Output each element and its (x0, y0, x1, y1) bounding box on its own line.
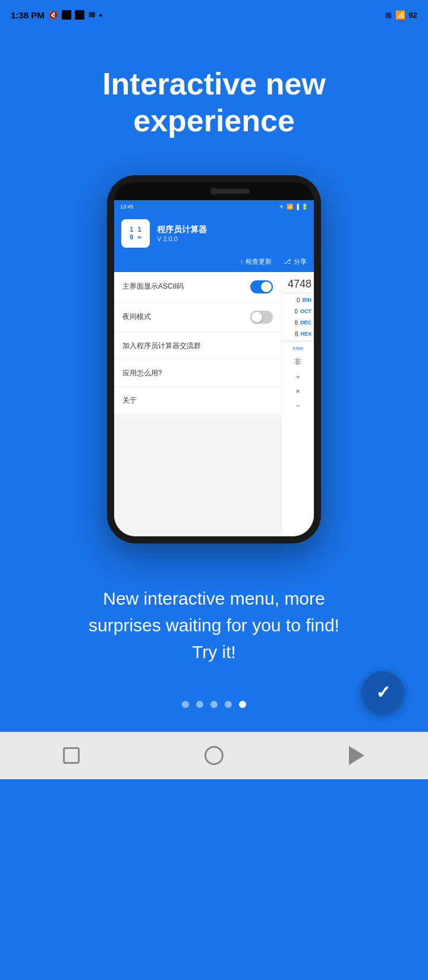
dot-1[interactable] (182, 701, 189, 708)
calc-oct-row: 0 OCT (282, 306, 314, 317)
toggle-ascii[interactable] (250, 280, 273, 293)
calc-bin-row: 0 BIN (282, 295, 314, 306)
calc-divider2 (282, 341, 314, 342)
wifi-icon: 📶 (395, 10, 405, 20)
nav-bar (0, 732, 428, 779)
phone-status-right: ✳ 📶 ▐ 🔋 (279, 204, 308, 210)
mute-icon: 🔇 (48, 10, 58, 20)
subtitle-area: New interactive menu, moresurprises wait… (0, 543, 428, 689)
phone-mockup: 13:45 ✳ 📶 ▐ 🔋 1 1 0 = (107, 175, 321, 543)
nav-home-icon (204, 746, 224, 765)
phone-status-bar: 13:45 ✳ 📶 ▐ 🔋 (114, 200, 314, 213)
calc-op-sub: − (282, 399, 314, 413)
check-button[interactable]: ✓ (361, 671, 404, 714)
calc-divider (282, 293, 314, 293)
settings-label-1: 夜间模式 (122, 312, 151, 322)
app-name: 程序员计算器 (157, 225, 207, 235)
headline-line2: experience (102, 102, 326, 139)
nav-recent-button[interactable] (339, 744, 374, 767)
battery-icon: 92 (409, 11, 417, 20)
phone-action-row: ↑ 检查更新 ⎇ 分享 (114, 254, 314, 272)
nav-recent-icon (63, 747, 80, 764)
phone-speaker (214, 189, 250, 194)
settings-item-1[interactable]: 夜间模式 (114, 302, 281, 333)
main-content: Interactive new experience 13:45 ✳ 📶 ▐ (0, 30, 428, 543)
settings-item-0[interactable]: 主界面显示ASCII码 (114, 272, 281, 302)
dots-container (182, 701, 246, 708)
phone-bt-icon: ✳ (279, 204, 284, 210)
settings-label-0: 主界面显示ASCII码 (122, 282, 184, 292)
calc-op-mul: × (282, 384, 314, 399)
app-version: V 2.0.0 (157, 235, 207, 242)
status-time: 1:38 PM 🔇 ≋ • (11, 10, 102, 20)
dot-5-active[interactable] (239, 701, 246, 708)
calc-op-not: 非 (282, 354, 314, 370)
calc-op-div: ÷ (282, 370, 314, 384)
dot-4[interactable] (225, 701, 232, 708)
phone-wifi-icon: 📶 (287, 204, 293, 210)
nav-back-button[interactable] (54, 744, 89, 767)
headline-line1: Interactive new (102, 65, 326, 102)
toggle-knob-ascii (261, 282, 272, 292)
settings-item-4[interactable]: 关于 (114, 387, 281, 415)
square-icon1 (62, 10, 71, 20)
settings-label-4: 关于 (122, 396, 137, 406)
settings-item-2[interactable]: 加入程序员计算器交流群 (114, 333, 281, 360)
settings-item-3[interactable]: 应用怎么用? (114, 360, 281, 387)
calc-hex-row: 8 HEX (282, 328, 314, 340)
dot-3[interactable] (210, 701, 218, 708)
phone-screen: 13:45 ✳ 📶 ▐ 🔋 1 1 0 = (114, 200, 314, 536)
upload-icon: ↑ (240, 258, 244, 265)
headline: Interactive new experience (102, 65, 326, 140)
layers-icon: ≋ (88, 10, 96, 20)
subtitle-text: New interactive menu, moresurprises wait… (30, 585, 398, 665)
status-bar: 1:38 PM 🔇 ≋ • ⊠ 📶 92 (0, 0, 428, 30)
check-icon: ✓ (376, 682, 391, 703)
phone-top-bar (114, 182, 314, 200)
nav-home-button[interactable] (196, 744, 232, 767)
settings-label-3: 应用怎么用? (122, 368, 162, 378)
share-btn[interactable]: ⎇ 分享 (284, 257, 307, 266)
settings-label-2: 加入程序员计算器交流群 (122, 341, 201, 351)
square-icon2 (75, 10, 84, 20)
close-icon: ⊠ (385, 11, 392, 20)
pagination-area: ✓ (0, 689, 428, 732)
phone-signal-icon: ▐ (295, 204, 299, 210)
toggle-night[interactable] (250, 311, 273, 324)
phone-time: 13:45 (120, 204, 134, 210)
status-icons: ⊠ 📶 92 (385, 10, 417, 20)
share-icon: ⎇ (284, 258, 291, 265)
phone-battery-icon: 🔋 (301, 204, 308, 210)
app-title-block: 程序员计算器 V 2.0.0 (157, 225, 207, 242)
calc-panel: 4748 0 BIN 0 OCT 8 DEC (281, 272, 314, 536)
check-update-btn[interactable]: ↑ 检查更新 (240, 257, 272, 266)
nav-back-icon (349, 746, 364, 765)
phone-outer: 13:45 ✳ 📶 ▐ 🔋 1 1 0 = (107, 175, 321, 543)
calc-display: 4748 (282, 272, 314, 292)
app-icon: 1 1 0 = (121, 219, 150, 248)
calc-dec-row: 8 DEC (282, 317, 314, 328)
settings-panel: 主界面显示ASCII码 夜间模式 加入程序员计算器交 (114, 272, 281, 536)
calc-bitlabel: 64bit (282, 343, 314, 354)
phone-app-header: 1 1 0 = 程序员计算器 V 2.0.0 (114, 213, 314, 254)
dot-2[interactable] (196, 701, 203, 708)
dot-icon: • (99, 10, 102, 20)
toggle-knob-night (251, 312, 262, 323)
phone-inner-split: 主界面显示ASCII码 夜间模式 加入程序员计算器交 (114, 272, 314, 536)
